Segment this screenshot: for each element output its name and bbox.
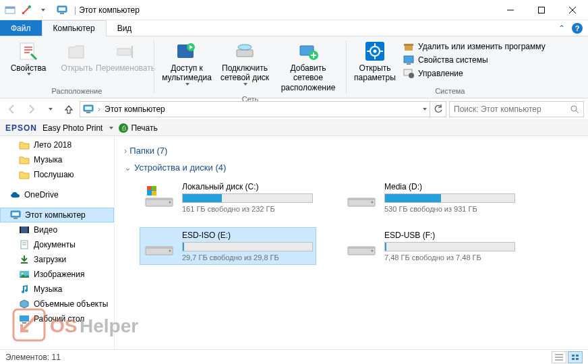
maximize-button[interactable] (526, 0, 557, 20)
ribbon-group-system: Открыть параметры Удалить или изменить п… (347, 36, 554, 98)
svg-rect-11 (117, 49, 131, 55)
svg-rect-66 (348, 247, 375, 249)
epson-dropdown-icon[interactable] (109, 127, 113, 129)
ribbon-group-location: Свойства Открыть Переименовать Расположе… (0, 36, 154, 98)
epson-app-name: Easy Photo Print (42, 123, 102, 133)
drive-usage-bar (384, 193, 515, 203)
drive-usage-bar (182, 242, 313, 251)
music-icon (19, 284, 30, 295)
svg-rect-27 (404, 44, 413, 46)
open-settings-button[interactable]: Открыть параметры (351, 39, 399, 84)
tree-item[interactable]: OneDrive (0, 187, 114, 202)
drive-item[interactable]: Media (D:)530 ГБ свободно из 931 ГБ (343, 179, 518, 216)
desktop-icon (19, 313, 30, 324)
tree-item[interactable]: Послушаю (0, 167, 114, 182)
back-button[interactable] (4, 101, 20, 117)
tree-item[interactable]: Видео (0, 222, 114, 237)
properties-button[interactable]: Свойства (4, 39, 53, 77)
tree-item-label: Музыка (34, 155, 62, 164)
svg-rect-54 (147, 191, 151, 195)
refresh-button[interactable] (430, 101, 446, 117)
properties-icon (18, 40, 39, 62)
forward-button[interactable] (23, 101, 39, 117)
details-view-button[interactable] (552, 351, 566, 363)
tree-item[interactable]: Объемные объекты (0, 297, 114, 311)
ribbon-group-network: Доступ к мультимедиа Подключить сетевой … (154, 36, 346, 98)
up-button[interactable] (61, 101, 77, 117)
system-properties-button[interactable]: Свойства системы (402, 54, 547, 66)
tree-item[interactable]: Лето 2018 (0, 138, 114, 152)
svg-rect-1 (5, 7, 15, 9)
media-access-button[interactable]: Доступ к мультимедиа (158, 39, 215, 87)
drive-free-text: 161 ГБ свободно из 232 ГБ (182, 205, 313, 213)
drive-icon (143, 182, 175, 209)
drive-item[interactable]: ESD-USB (F:)7,48 ГБ свободно из 7,48 ГБ (343, 228, 518, 264)
address-bar[interactable]: › Этот компьютер (80, 101, 430, 117)
svg-rect-50 (22, 322, 26, 324)
svg-rect-29 (407, 63, 411, 65)
svg-rect-7 (539, 7, 545, 13)
svg-point-31 (409, 73, 414, 78)
pictures-icon (19, 269, 30, 280)
drives-section-header[interactable]: ⌄ Устройства и диски (4) (124, 162, 579, 173)
tree-item-label: Видео (34, 225, 57, 235)
tree-item[interactable]: Документы (0, 237, 114, 252)
uninstall-button[interactable]: Удалить или изменить программу (402, 40, 547, 53)
drive-name: Локальный диск (C:) (182, 182, 313, 191)
manage-button[interactable]: Управление (402, 67, 547, 80)
tree-item[interactable]: Изображения (0, 267, 114, 282)
svg-rect-39 (13, 218, 18, 219)
drive-item[interactable]: ESD-ISO (E:)29,7 ГБ свободно из 29,8 ГБ (140, 228, 316, 264)
drive-name: Media (D:) (384, 182, 515, 191)
manage-icon (403, 68, 414, 79)
content-area: Лето 2018МузыкаПослушаюOneDriveЭтот комп… (0, 136, 588, 349)
qat-dropdown-icon[interactable] (35, 3, 50, 18)
tab-computer[interactable]: Компьютер (42, 20, 107, 36)
tree-item[interactable]: Музыка (0, 282, 114, 297)
epson-print-button[interactable]: ⎙ Печать (119, 123, 157, 133)
tree-item[interactable]: Музыка (0, 152, 114, 167)
ribbon: Свойства Открыть Переименовать Расположе… (0, 36, 588, 98)
svg-point-67 (372, 250, 374, 252)
qat-properties-icon[interactable] (19, 3, 34, 18)
tree-item[interactable]: Рабочий стол (0, 311, 114, 326)
tree-item[interactable]: Этот компьютер (0, 208, 114, 222)
tab-view[interactable]: Вид (107, 20, 143, 36)
open-button: Открыть (53, 39, 101, 74)
folders-section-header[interactable]: › Папки (7) (124, 146, 579, 156)
close-button[interactable] (557, 0, 588, 20)
svg-rect-38 (12, 212, 19, 216)
recent-locations-button[interactable] (42, 101, 58, 117)
search-icon (570, 104, 579, 114)
main-pane[interactable]: › Папки (7) ⌄ Устройства и диски (4) Лок… (115, 136, 588, 349)
svg-rect-15 (237, 50, 253, 57)
tree-item-label: Документы (34, 240, 76, 249)
address-crumb[interactable]: Этот компьютер (105, 104, 165, 114)
map-drive-button[interactable]: Подключить сетевой диск (215, 39, 274, 87)
svg-point-16 (238, 44, 252, 50)
tree-item-label: Рабочий стол (34, 314, 84, 324)
large-icons-view-button[interactable] (568, 351, 583, 363)
svg-point-58 (169, 202, 171, 204)
help-icon[interactable]: ? (572, 23, 583, 34)
drive-free-text: 530 ГБ свободно из 931 ГБ (384, 205, 515, 213)
address-dropdown-icon[interactable] (423, 108, 427, 111)
tree-item-label: Загрузки (34, 255, 66, 264)
nav-tree[interactable]: Лето 2018МузыкаПослушаюOneDriveЭтот комп… (0, 136, 115, 349)
tree-item-label: OneDrive (24, 190, 59, 200)
search-box[interactable] (449, 101, 584, 117)
address-bar-row: › Этот компьютер (0, 98, 588, 120)
ribbon-collapse-icon[interactable]: ⌃ (558, 24, 565, 33)
uninstall-icon (403, 41, 414, 52)
drive-item[interactable]: Локальный диск (C:)161 ГБ свободно из 23… (140, 179, 316, 216)
svg-rect-72 (576, 355, 579, 357)
search-input[interactable] (454, 104, 570, 114)
tree-item[interactable]: Загрузки (0, 252, 114, 267)
minimize-button[interactable] (495, 0, 526, 20)
add-network-location-button[interactable]: Добавить сетевое расположение (274, 39, 342, 94)
tab-file[interactable]: Файл (0, 20, 42, 36)
drive-usage-bar (384, 242, 515, 251)
epson-toolbar: EPSON Easy Photo Print ⎙ Печать (0, 120, 588, 136)
downloads-icon (19, 254, 30, 265)
svg-rect-74 (576, 358, 579, 360)
